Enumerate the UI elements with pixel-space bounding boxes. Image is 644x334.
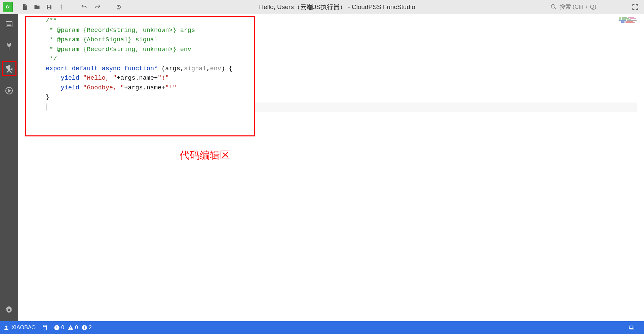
annotation-label: 代码编辑区: [180, 149, 230, 162]
tools-icon: [5, 65, 13, 73]
code-line[interactable]: */: [46, 54, 637, 64]
redo-icon: [94, 4, 101, 10]
svg-rect-5: [7, 25, 11, 26]
open-folder-icon: [34, 4, 40, 10]
panel-icon: [5, 20, 13, 28]
build-settings-button[interactable]: [113, 1, 125, 13]
svg-point-1: [61, 6, 62, 7]
svg-rect-17: [629, 326, 633, 329]
user-icon: [3, 325, 9, 331]
more-vert-icon: [58, 4, 65, 10]
statusbar: XIAOBAO 0 0 2: [0, 321, 644, 334]
editor-area: 12345678910 /** * @param {Record<string,…: [18, 14, 644, 321]
app-title: Hello, Users（云端JS执行器） - CloudPSS FuncStu…: [125, 3, 549, 11]
save-button[interactable]: [43, 1, 55, 13]
svg-point-0: [61, 4, 62, 5]
feedback-icon: [629, 325, 635, 331]
code-line[interactable]: /**: [46, 16, 637, 26]
svg-point-7: [5, 326, 7, 328]
svg-rect-16: [84, 326, 85, 327]
save-icon: [46, 4, 52, 10]
status-problems[interactable]: 0 0 2: [54, 325, 92, 331]
svg-point-8: [43, 325, 47, 327]
status-errors-count: 0: [61, 325, 64, 331]
code-line[interactable]: }: [46, 93, 637, 102]
search-box[interactable]: 搜索 (Ctrl + Q): [549, 2, 623, 11]
code-line[interactable]: * @param {Record<string, unknown>} env: [46, 45, 637, 55]
status-username: XIAOBAO: [11, 325, 36, 331]
undo-icon: [81, 4, 87, 10]
status-storage[interactable]: [42, 325, 48, 331]
code-line[interactable]: yield "Goodbye, "+args.name+"!": [46, 83, 637, 93]
code-line[interactable]: * @param {AbortSignal} signal: [46, 35, 637, 45]
new-file-icon: [22, 4, 28, 10]
topbar: fx Hello, Users（云端JS执行器） - CloudPSS Func…: [0, 0, 644, 14]
code-content[interactable]: /** * @param {Record<string, unknown>} a…: [46, 16, 637, 112]
search-placeholder: 搜索 (Ctrl + Q): [560, 3, 596, 11]
status-user[interactable]: XIAOBAO: [3, 325, 36, 331]
svg-rect-12: [70, 327, 71, 329]
code-line[interactable]: export default async function* (args,sig…: [46, 64, 637, 74]
svg-rect-10: [56, 326, 57, 328]
plug-icon: [5, 42, 13, 50]
info-icon: [81, 325, 87, 331]
text-cursor: [46, 103, 46, 111]
code-line[interactable]: * @param {Record<string, unknown>} args: [46, 26, 637, 36]
fullscreen-icon: [632, 4, 639, 10]
more-menu-button[interactable]: [55, 1, 67, 13]
status-feedback[interactable]: [629, 325, 635, 331]
svg-rect-13: [70, 329, 71, 330]
svg-point-3: [551, 4, 555, 8]
code-line[interactable]: [46, 102, 637, 112]
error-icon: [54, 325, 60, 331]
app-logo: fx: [3, 2, 13, 12]
app-logo-text: fx: [6, 4, 10, 9]
undo-button[interactable]: [78, 1, 90, 13]
warning-icon: [68, 325, 74, 331]
sidebar-plugin[interactable]: [2, 39, 16, 54]
svg-rect-15: [84, 327, 85, 329]
svg-rect-11: [56, 329, 57, 329]
open-folder-button[interactable]: [31, 1, 43, 13]
gear-icon: [5, 306, 13, 314]
redo-button[interactable]: [91, 1, 104, 13]
storage-icon: [42, 325, 48, 331]
left-sidebar: [0, 14, 18, 321]
sidebar-settings[interactable]: [2, 302, 16, 317]
sidebar-run[interactable]: [2, 83, 16, 98]
search-icon: [551, 4, 557, 10]
code-line[interactable]: yield "Hello, "+args.name+"!": [46, 74, 637, 83]
svg-point-2: [61, 8, 62, 9]
sidebar-tools[interactable]: [2, 61, 16, 76]
fullscreen-button[interactable]: [629, 1, 641, 13]
sidebar-panel[interactable]: [2, 17, 16, 32]
status-warnings-count: 0: [75, 325, 78, 331]
status-info-count: 2: [89, 325, 92, 331]
new-file-button[interactable]: [19, 1, 31, 13]
play-circle-icon: [5, 87, 13, 95]
gear-build-icon: [116, 4, 122, 10]
